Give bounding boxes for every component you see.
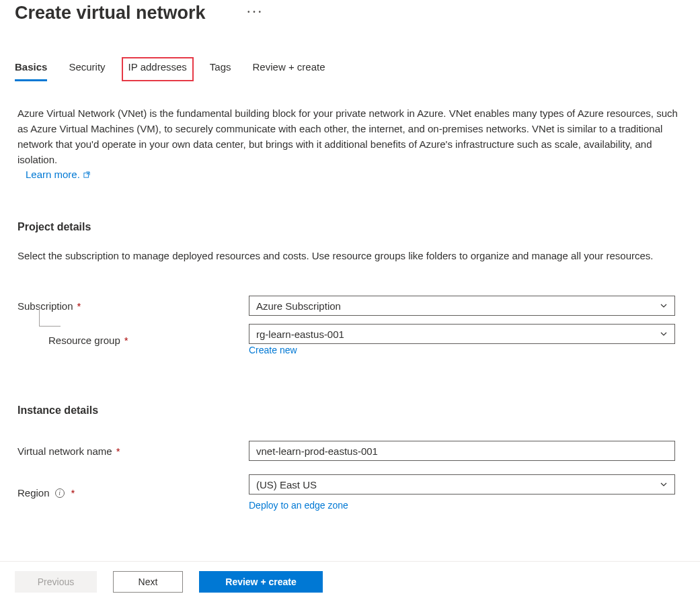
vnet-name-label: Virtual network name * (17, 445, 249, 457)
page-title: Create virtual network (15, 3, 206, 24)
required-indicator: * (124, 335, 128, 346)
chevron-down-icon (660, 302, 668, 310)
footer-actions: Previous Next Review + create (0, 561, 700, 602)
learn-more-link[interactable]: Learn more. (26, 169, 91, 180)
tree-connector (39, 306, 61, 327)
next-button[interactable]: Next (113, 571, 183, 593)
create-new-link[interactable]: Create new (249, 345, 297, 355)
previous-button: Previous (15, 571, 97, 593)
tab-tags[interactable]: Tags (210, 61, 231, 81)
region-label: Region i * (17, 487, 249, 499)
vnet-name-input[interactable] (249, 441, 675, 461)
tab-review-create[interactable]: Review + create (253, 61, 325, 81)
project-details-description: Select the subscription to manage deploy… (17, 248, 683, 263)
external-link-icon (83, 171, 91, 179)
project-details-title: Project details (17, 221, 683, 233)
deploy-edge-link[interactable]: Deploy to an edge zone (249, 500, 348, 511)
more-icon[interactable]: • • • (247, 8, 262, 15)
subscription-value: Azure Subscription (256, 300, 660, 312)
resource-group-select[interactable]: rg-learn-eastus-001 (249, 324, 675, 344)
subscription-select[interactable]: Azure Subscription (249, 296, 675, 316)
chevron-down-icon (660, 480, 668, 488)
region-value: (US) East US (256, 479, 660, 490)
tabs-container: Basics Security IP addresses Tags Review… (0, 61, 700, 81)
instance-details-title: Instance details (17, 404, 683, 417)
required-indicator: * (71, 487, 75, 499)
chevron-down-icon (660, 330, 668, 338)
required-indicator: * (77, 300, 81, 312)
svg-line-1 (87, 172, 89, 175)
resource-group-label: Resource group * (48, 335, 249, 346)
tab-basics[interactable]: Basics (15, 61, 47, 81)
region-select[interactable]: (US) East US (249, 474, 675, 494)
tab-ip-addresses[interactable]: IP addresses (122, 57, 194, 81)
review-create-button[interactable]: Review + create (199, 571, 323, 593)
resource-group-value: rg-learn-eastus-001 (256, 329, 660, 340)
info-icon[interactable]: i (55, 488, 65, 498)
intro-description: Azure Virtual Network (VNet) is the fund… (17, 105, 683, 167)
required-indicator: * (116, 445, 120, 457)
tab-security[interactable]: Security (69, 61, 105, 81)
learn-more-text: Learn more. (26, 169, 80, 180)
